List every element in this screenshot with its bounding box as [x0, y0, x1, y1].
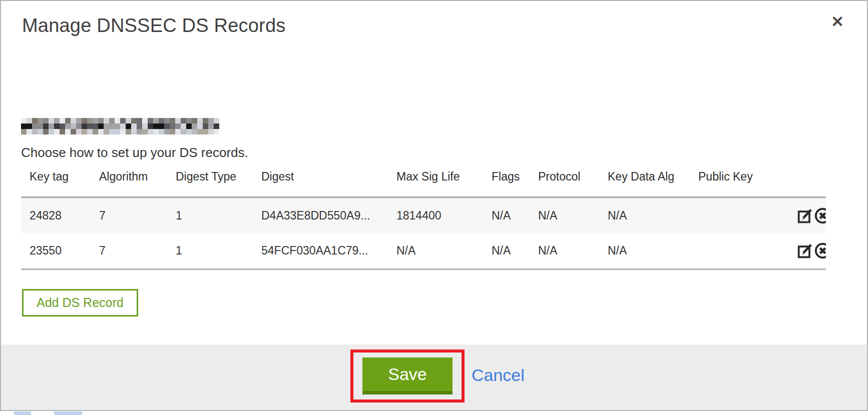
column-header: Digest: [261, 166, 396, 198]
background-artifact: [54, 412, 82, 415]
table-cell: N/A: [538, 234, 608, 270]
table-cell: 1814400: [396, 198, 492, 234]
save-button[interactable]: Save: [362, 358, 453, 394]
table-cell: N/A: [492, 198, 538, 234]
table-row: 235507154FCF030AA1C79...N/AN/AN/AN/A: [21, 234, 826, 270]
table-header: Key tagAlgorithmDigest TypeDigestMax Sig…: [21, 166, 826, 198]
table-cell: 24828: [21, 198, 99, 234]
annotation-highlight-red-box: Save: [350, 350, 465, 402]
ds-records-table: Key tagAlgorithmDigest TypeDigestMax Sig…: [21, 166, 826, 270]
table-cell: 54FCF030AA1C79...: [261, 234, 396, 270]
table-row: 2482871D4A33E8DD550A9...1814400N/AN/AN/A: [21, 198, 826, 234]
add-ds-record-button[interactable]: Add DS Record: [22, 289, 138, 316]
column-header: Max Sig Life: [396, 166, 492, 198]
table-cell: [698, 198, 796, 234]
column-header: Digest Type: [176, 166, 261, 198]
table-cell: 23550: [21, 234, 99, 270]
background-artifact: [14, 412, 31, 415]
close-icon[interactable]: ✕: [829, 12, 846, 32]
column-header: Algorithm: [99, 166, 176, 198]
delete-icon[interactable]: [814, 207, 826, 224]
row-actions: [796, 234, 826, 270]
page-title: Manage DNSSEC DS Records: [22, 15, 285, 36]
instruction-text: Choose how to set up your DS records.: [21, 145, 248, 160]
table-cell: N/A: [608, 234, 698, 270]
edit-icon[interactable]: [796, 207, 814, 224]
dnssec-modal: Manage DNSSEC DS Records ✕ Choose how to…: [0, 0, 868, 411]
redacted-domain: [21, 118, 219, 134]
row-actions: [796, 198, 826, 234]
table-cell: D4A33E8DD550A9...: [261, 198, 396, 234]
table-cell: N/A: [538, 198, 608, 234]
column-header: Protocol: [538, 166, 608, 198]
edit-icon[interactable]: [796, 242, 814, 260]
table-cell: 7: [99, 198, 176, 234]
column-header: Key tag: [21, 166, 99, 198]
table-cell: [698, 234, 796, 270]
column-header: Public Key: [698, 166, 796, 198]
table-cell: N/A: [608, 198, 698, 234]
table-cell: N/A: [492, 234, 538, 270]
column-header: Flags: [492, 166, 538, 198]
table-cell: N/A: [396, 234, 492, 270]
delete-icon[interactable]: [814, 242, 826, 260]
table-cell: 1: [176, 198, 261, 234]
cancel-link[interactable]: Cancel: [472, 366, 525, 385]
column-header: Key Data Alg: [608, 166, 698, 198]
footer-bar: Save Cancel: [1, 344, 867, 410]
table-cell: 7: [99, 234, 176, 270]
table-cell: 1: [176, 234, 261, 270]
